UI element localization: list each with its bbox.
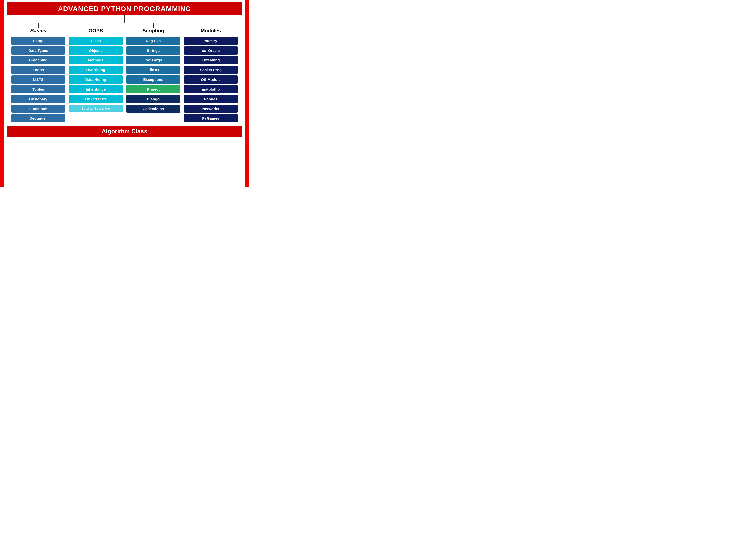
list-item: Strings xyxy=(127,46,180,54)
list-item: LISTS xyxy=(11,75,65,84)
page-title: ADVANCED PYTHON PROGRAMMING xyxy=(12,5,237,13)
list-item: Methods xyxy=(69,56,123,64)
list-item: File IO xyxy=(127,66,180,74)
list-item: Linked Lists xyxy=(69,95,123,103)
column-header-oops: OOPS xyxy=(88,28,103,34)
list-item: Pandas xyxy=(184,95,237,103)
title-bar: ADVANCED PYTHON PROGRAMMING xyxy=(7,2,242,16)
list-item: Setup xyxy=(11,36,65,45)
list-item: Branching xyxy=(11,56,65,64)
tree-root-connector xyxy=(7,16,242,23)
list-item: Project xyxy=(127,85,180,93)
list-item: Exceptions xyxy=(127,75,180,84)
list-item: Django xyxy=(127,95,180,103)
column-modules: Modules NumPy cx_Oracle Threading Socket… xyxy=(182,28,239,124)
list-item: Data Types xyxy=(11,46,65,54)
list-item: NumPy xyxy=(184,36,237,45)
list-item: Sorting, Searching xyxy=(69,105,123,112)
list-item: Functions xyxy=(11,105,65,113)
side-decoration-right xyxy=(244,0,249,187)
list-item: OS Module xyxy=(184,75,237,84)
bottom-label: Algorithm Class xyxy=(102,128,148,135)
tree-branch-connector xyxy=(15,23,235,28)
list-item: Inheritance xyxy=(69,85,123,93)
column-header-modules: Modules xyxy=(201,28,221,34)
list-item: Reg Exp xyxy=(127,36,180,45)
list-item: Class xyxy=(69,36,123,45)
list-item: Loops xyxy=(11,66,65,74)
list-item: Tuples xyxy=(11,85,65,93)
list-item: Data Hiding xyxy=(69,75,123,84)
side-decoration-left xyxy=(0,0,4,187)
list-item: Networkx xyxy=(184,105,237,113)
column-header-scripting: Scripting xyxy=(143,28,164,34)
list-item: Dictionary xyxy=(11,95,65,103)
list-item: matplotlib xyxy=(184,85,237,93)
list-item: Threading xyxy=(184,56,237,64)
columns-container: Basics Setup Data Types Branching Loops … xyxy=(7,28,242,124)
list-item: Socket Prog xyxy=(184,66,237,74)
bottom-bar: Algorithm Class xyxy=(7,126,242,137)
list-item: PyGames xyxy=(184,114,237,123)
column-oops: OOPS Class Objects Methods Overriding Da… xyxy=(67,28,125,124)
column-basics: Basics Setup Data Types Branching Loops … xyxy=(9,28,67,124)
list-item: Objects xyxy=(69,46,123,54)
column-scripting: Scripting Reg Exp Strings CMD args File … xyxy=(125,28,182,124)
list-item: CMD args xyxy=(127,56,180,64)
list-item: Collectioins xyxy=(127,105,180,113)
list-item: Overriding xyxy=(69,66,123,74)
column-header-basics: Basics xyxy=(30,28,46,34)
list-item: Debugger xyxy=(11,114,65,123)
list-item: cx_Oracle xyxy=(184,46,237,54)
